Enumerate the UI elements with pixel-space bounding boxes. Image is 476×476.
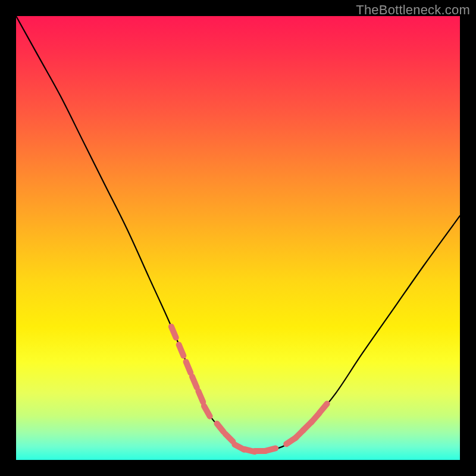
chart-frame: TheBottleneck.com	[0, 0, 476, 476]
bottleneck-curve	[16, 16, 460, 452]
highlight-dash	[198, 391, 203, 402]
highlight-dash	[226, 434, 233, 441]
curve-svg	[16, 16, 460, 460]
highlight-dashes	[171, 327, 327, 452]
highlight-dash	[192, 377, 197, 387]
highlight-dash	[179, 345, 184, 355]
watermark-text: TheBottleneck.com	[356, 2, 470, 18]
highlight-dash	[320, 403, 327, 412]
highlight-dash	[171, 327, 176, 337]
highlight-dash	[186, 362, 191, 372]
highlight-dash	[217, 424, 224, 432]
highlight-dash	[265, 448, 275, 450]
plot-area	[16, 16, 460, 460]
highlight-dash	[204, 406, 210, 416]
